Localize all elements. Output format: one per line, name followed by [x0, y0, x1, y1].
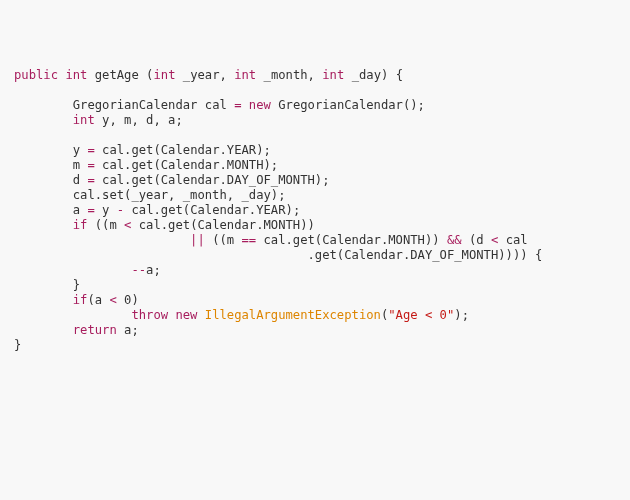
keyword-int: int — [322, 68, 344, 82]
op-eq: = — [87, 143, 94, 157]
op-dec: -- — [131, 263, 146, 277]
op-minus: - — [117, 203, 124, 217]
keyword-if: if — [73, 218, 88, 232]
cond-a: (a — [87, 293, 109, 307]
brace-close: } — [73, 278, 80, 292]
string-literal: "Age < 0" — [388, 308, 454, 322]
var-d: d — [73, 173, 80, 187]
keyword-public: public — [14, 68, 58, 82]
type-iae: IllegalArgumentException — [205, 308, 381, 322]
keyword-throw: throw — [131, 308, 168, 322]
paren-close-semi: ); — [454, 308, 469, 322]
keyword-int: int — [153, 68, 175, 82]
brace-close: } — [14, 338, 21, 352]
paren-close: ) — [381, 68, 388, 82]
keyword-int: int — [234, 68, 256, 82]
keyword-new: new — [249, 98, 271, 112]
var-m: m — [73, 158, 80, 172]
expr-cal-day: cal.get(Calendar.DAY_OF_MONTH); — [102, 173, 329, 187]
keyword-int: int — [73, 113, 95, 127]
cond-part: ((m — [95, 218, 124, 232]
code-block: public int getAge (int _year, int _month… — [14, 68, 616, 353]
keyword-return: return — [73, 323, 117, 337]
paren-close: ) — [131, 293, 138, 307]
ctor-gregorian: GregorianCalendar(); — [278, 98, 425, 112]
op-eq: = — [87, 203, 94, 217]
var-a: a — [73, 203, 80, 217]
op-eqeq: == — [241, 233, 256, 247]
stmt-calset: cal.set(_year, _month, _day); — [73, 188, 286, 202]
param-year: _year — [183, 68, 220, 82]
var-decls: y, m, d, a; — [102, 113, 183, 127]
op-or: || — [190, 233, 205, 247]
expr-cal-year2: cal.get(Calendar.YEAR); — [131, 203, 300, 217]
op-eq: = — [234, 98, 241, 112]
cond-part: (d — [462, 233, 491, 247]
expr-cal-year: cal.get(Calendar.YEAR); — [102, 143, 271, 157]
return-a: a; — [117, 323, 139, 337]
cond-part: ((m — [205, 233, 242, 247]
cond-part: cal.get(Calendar.MONTH)) — [256, 233, 447, 247]
expr-cal-month: cal.get(Calendar.MONTH); — [102, 158, 278, 172]
param-day: _day — [352, 68, 381, 82]
brace-open: { — [396, 68, 403, 82]
var-y: y — [73, 143, 80, 157]
cond-part: cal.get(Calendar.MONTH)) — [131, 218, 314, 232]
op-and: && — [447, 233, 462, 247]
var-y: y — [102, 203, 109, 217]
cond-part: .get(Calendar.DAY_OF_MONTH)))) { — [308, 248, 543, 262]
type-gregorian: GregorianCalendar — [73, 98, 198, 112]
cond-part: cal — [498, 233, 527, 247]
op-lt: < — [109, 293, 116, 307]
param-month: _month — [264, 68, 308, 82]
keyword-if: if — [73, 293, 88, 307]
stmt-a: a; — [146, 263, 161, 277]
comma: , — [220, 68, 227, 82]
comma: , — [308, 68, 315, 82]
var-cal: cal — [205, 98, 227, 112]
method-name: getAge — [95, 68, 139, 82]
keyword-int: int — [65, 68, 87, 82]
keyword-new: new — [175, 308, 197, 322]
op-eq: = — [87, 158, 94, 172]
op-eq: = — [87, 173, 94, 187]
